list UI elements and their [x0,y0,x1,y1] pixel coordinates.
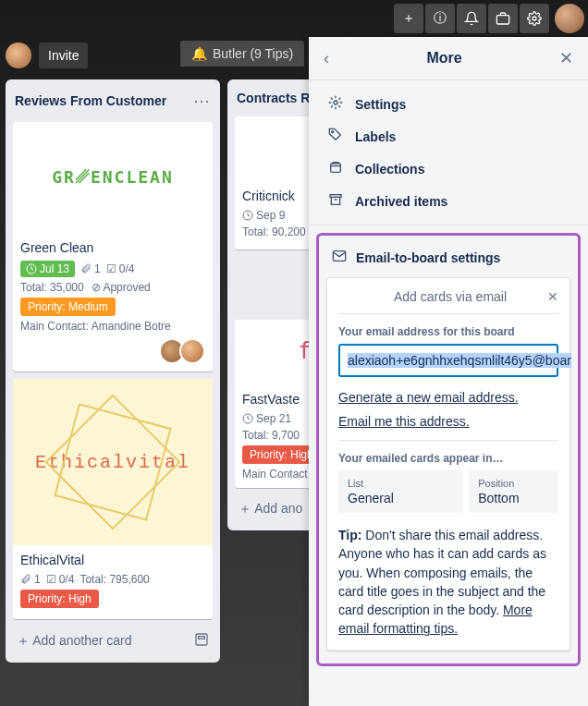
approved-badge: ⊘ Approved [92,281,151,294]
member-avatar[interactable] [6,43,31,68]
gear-icon [327,95,344,113]
contact-line: Main Contact: Amandine Botre [20,320,205,333]
svg-point-7 [334,101,337,104]
priority-badge: Priority: High [20,590,99,608]
total-value: Total: 9,700 [242,429,300,442]
generate-link[interactable]: Generate a new email address. [338,390,558,405]
checklist-badge: ☑ 0/4 [106,262,135,275]
list-title[interactable]: Reviews From Customer [15,93,166,108]
more-panel: ‹ More ✕ Settings Labels Collections [309,37,588,706]
position-select[interactable]: Position Bottom [469,470,558,513]
member-avatar[interactable] [179,338,205,364]
back-icon[interactable]: ‹ [324,49,329,68]
card-greenclean[interactable]: GR␥ENCLEAN Green Clean Jul 13 1 ☑ 0/4 To… [13,122,213,371]
select-value: General [348,491,454,505]
email-address-value: alexiaoh+e6gnhhxehqsmlilt46y5@boar [348,353,571,368]
menu-label: Labels [355,129,396,144]
select-label: Position [478,478,549,489]
email-settings-section: Email-to-board settings Add cards via em… [316,233,581,666]
mail-icon [332,249,347,266]
svg-rect-4 [199,637,205,639]
add-card-button[interactable]: ＋ Add another card [13,627,213,655]
total-value: Total: 90,200 [242,225,306,238]
address-label: Your email address for this board [338,325,558,338]
avatar[interactable] [555,4,584,33]
archive-icon [327,192,344,210]
collections-icon [327,160,344,177]
email-address-input[interactable]: alexiaoh+e6gnhhxehqsmlilt46y5@boar [338,344,558,377]
tip-text: Tip: Don't share this email address. Any… [338,526,558,639]
template-icon[interactable] [194,632,209,650]
attachment-badge: 1 [80,262,101,275]
due-badge: Jul 13 [20,261,75,277]
total-value: Total: 35,000 [20,281,84,294]
ethical-logo: Ethicalvital [35,452,190,473]
card-title: Green Clean [20,240,205,255]
svg-rect-10 [330,195,341,198]
emailme-link[interactable]: Email me this address. [338,414,558,429]
tag-icon [327,128,344,145]
card-cover: Ethicalvital [13,379,213,545]
card-title: EthicalVital [20,553,205,567]
svg-point-1 [533,17,536,20]
menu-archived[interactable]: Archived items [309,185,588,217]
list-menu-icon[interactable]: ⋯ [193,91,211,111]
menu-settings[interactable]: Settings [309,88,588,120]
bell-icon[interactable] [457,4,486,33]
popover-title: Add cards via email [353,289,547,304]
priority-badge: Priority: Medium [20,298,116,316]
info-icon[interactable]: ⓘ [425,4,455,33]
greenclean-logo: GR␥ENCLEAN [52,167,174,188]
gear-icon[interactable] [520,4,549,33]
list-select[interactable]: List General [338,470,463,513]
due-badge: Sep 9 [242,209,285,222]
svg-point-8 [332,131,334,133]
close-icon[interactable]: ✕ [559,48,573,68]
list-reviews: Reviews From Customer ⋯ GR␥ENCLEAN Green… [6,79,220,663]
top-bar: ＋ ⓘ [390,0,588,37]
menu-collections[interactable]: Collections [309,152,588,185]
select-label: List [348,478,454,489]
email-popover: Add cards via email ✕ Your email address… [326,277,570,651]
menu-label: Archived items [355,194,447,209]
card-ethicalvital[interactable]: Ethicalvital EthicalVital 1 ☑ 0/4 Total:… [13,379,213,619]
checklist-badge: ☑ 0/4 [46,573,75,586]
briefcase-icon[interactable] [488,4,518,33]
svg-rect-9 [331,164,341,172]
due-badge: Sep 21 [242,412,291,425]
menu-label: Settings [355,97,406,112]
add-icon[interactable]: ＋ [394,4,423,33]
card-cover: GR␥ENCLEAN [13,122,213,233]
panel-title: More [426,50,461,67]
section-title: Email-to-board settings [356,250,500,265]
menu-labels[interactable]: Labels [309,120,588,152]
svg-rect-0 [496,16,508,24]
invite-button[interactable]: Invite [39,43,88,68]
select-value: Bottom [478,491,549,505]
close-icon[interactable]: ✕ [547,289,558,304]
menu-label: Collections [355,162,424,176]
appear-label: Your emailed cards appear in… [338,452,558,465]
attachment-badge: 1 [20,573,41,586]
total-value: Total: 795,600 [80,573,149,586]
